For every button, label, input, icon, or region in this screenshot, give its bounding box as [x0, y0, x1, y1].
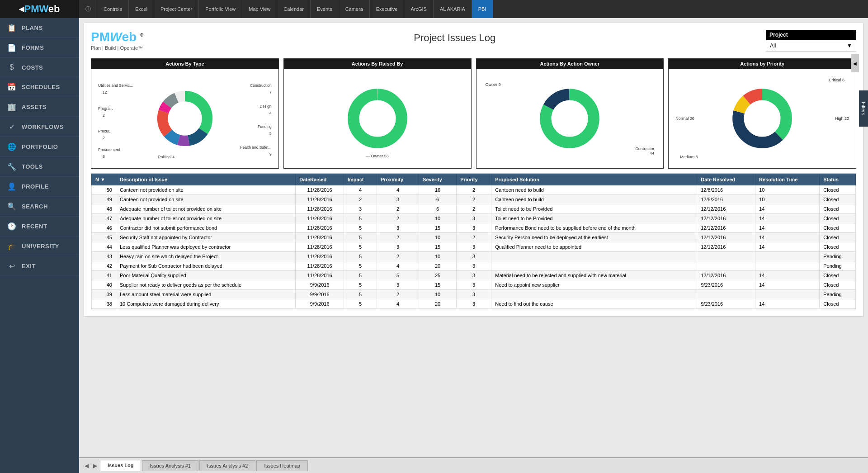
- nav-project-center[interactable]: Project Center: [154, 0, 199, 18]
- chart1-label-funding: Funding5: [240, 123, 271, 137]
- bottom-tabs: ◀ ▶ Issues Log Issues Analysis #1 Issues…: [79, 457, 868, 473]
- tab-issues-log[interactable]: Issues Log: [100, 460, 141, 471]
- cell-impact: 5: [344, 242, 377, 252]
- nav-al-akaria[interactable]: AL AKARIA: [434, 0, 472, 18]
- table-row[interactable]: 46 Contractor did not submit performance…: [92, 223, 856, 233]
- sidebar-item-search[interactable]: 🔍 SEARCH: [0, 197, 79, 217]
- sidebar-item-assets[interactable]: 🏢 ASSETS: [0, 97, 79, 117]
- chart2-label-owner: — Owner 53: [366, 154, 389, 158]
- tab-prev-arrow[interactable]: ◀: [83, 462, 90, 470]
- cell-desc: Canteen not provided on site: [116, 195, 296, 204]
- cell-severity: 10: [419, 290, 457, 299]
- col-status[interactable]: Status: [820, 174, 856, 185]
- chart-actions-by-raised: Actions By Raised By — Owner 53: [283, 58, 472, 169]
- cell-resolved: 12/12/2016: [697, 233, 755, 242]
- chart-actions-by-owner: Actions By Action Owner Owner: [476, 58, 664, 169]
- col-priority[interactable]: Priority: [457, 174, 491, 185]
- nav-camera[interactable]: Camera: [339, 0, 370, 18]
- cell-time: 14: [755, 242, 820, 252]
- sidebar-item-tools[interactable]: 🔧 TOOLS: [0, 157, 79, 177]
- sidebar-workflows-label: WORKFLOWS: [22, 123, 64, 130]
- nav-calendar[interactable]: Calendar: [277, 0, 311, 18]
- col-severity[interactable]: Severity: [419, 174, 457, 185]
- col-solution[interactable]: Proposed Solution: [491, 174, 697, 185]
- nav-pbi[interactable]: PBI: [472, 0, 493, 18]
- cell-impact: 5: [344, 233, 377, 242]
- cell-resolved: 12/8/2016: [697, 185, 755, 195]
- cell-n: 47: [92, 214, 116, 223]
- nav-excel[interactable]: Excel: [129, 0, 154, 18]
- sidebar: 📋 PLANS 📄 FORMS $ COSTS 📅 SCHEDULES 🏢 AS…: [0, 18, 79, 473]
- sidebar-item-exit[interactable]: ↩ EXIT: [0, 256, 79, 276]
- col-impact[interactable]: Impact: [344, 174, 377, 185]
- sidebar-forms-label: FORMS: [22, 44, 44, 51]
- chart4-title: Actions by Priority: [669, 59, 856, 69]
- nav-map-view[interactable]: Map View: [242, 0, 277, 18]
- col-resolved[interactable]: Date Resolved: [697, 174, 755, 185]
- filters-tab[interactable]: Filters: [859, 90, 868, 127]
- sidebar-item-recent[interactable]: 🕐 RECENT: [0, 217, 79, 236]
- table-row[interactable]: 49 Canteen not provided on site 11/28/20…: [92, 195, 856, 204]
- chart2-body: — Owner 53: [284, 69, 471, 168]
- cell-proximity: 5: [377, 271, 419, 280]
- cell-n: 48: [92, 204, 116, 214]
- table-row[interactable]: 41 Poor Material Quality supplied 11/28/…: [92, 271, 856, 280]
- cell-desc: Heavy rain on site which delayed the Pro…: [116, 252, 296, 261]
- sidebar-item-workflows[interactable]: ✓ WORKFLOWS: [0, 117, 79, 137]
- cell-impact: 5: [344, 280, 377, 290]
- cell-time: 10: [755, 185, 820, 195]
- table-row[interactable]: 50 Canteen not provided on site 11/28/20…: [92, 185, 856, 195]
- col-proximity[interactable]: Proximity: [377, 174, 419, 185]
- col-dateraised[interactable]: DateRaised: [296, 174, 344, 185]
- cell-date: 11/28/2016: [296, 233, 344, 242]
- nav-arcgis[interactable]: ArcGIS: [404, 0, 433, 18]
- nav-executive[interactable]: Executive: [370, 0, 405, 18]
- issues-table-section: N ▼ Description of Issue DateRaised Impa…: [91, 173, 856, 309]
- table-row[interactable]: 39 Less amount steel material were suppl…: [92, 290, 856, 299]
- table-row[interactable]: 42 Payment for Sub Contractor had been d…: [92, 261, 856, 271]
- col-time[interactable]: Resolution Time: [755, 174, 820, 185]
- collapse-button[interactable]: ◀: [851, 54, 859, 72]
- plans-icon: 📋: [7, 24, 16, 32]
- cell-solution: Performance Bond need to be supplied bef…: [491, 223, 697, 233]
- cell-resolved: 9/23/2016: [697, 299, 755, 309]
- table-wrapper[interactable]: N ▼ Description of Issue DateRaised Impa…: [91, 174, 856, 309]
- cell-proximity: 2: [377, 233, 419, 242]
- table-row[interactable]: 40 Supplier not ready to deliver goods a…: [92, 280, 856, 290]
- sidebar-profile-label: PROFILE: [22, 183, 49, 190]
- col-n[interactable]: N ▼: [92, 174, 116, 185]
- tab-issues-analysis-2[interactable]: Issues Analysis #2: [199, 460, 256, 471]
- sidebar-item-costs[interactable]: $ COSTS: [0, 58, 79, 77]
- cell-solution: [491, 261, 697, 271]
- filter-select[interactable]: All ▼: [766, 40, 856, 52]
- sidebar-item-schedules[interactable]: 📅 SCHEDULES: [0, 77, 79, 97]
- table-row[interactable]: 38 10 Computers were damaged during deli…: [92, 299, 856, 309]
- info-icon[interactable]: ⓘ: [79, 0, 97, 18]
- table-row[interactable]: 47 Adequate number of toilet not provide…: [92, 214, 856, 223]
- tab-issues-analysis-1[interactable]: Issues Analysis #1: [142, 460, 198, 471]
- nav-portfolio-view[interactable]: Portfolio View: [199, 0, 242, 18]
- cell-severity: 25: [419, 271, 457, 280]
- cell-date: 11/28/2016: [296, 195, 344, 204]
- chart4-label-normal: Normal 20: [675, 116, 694, 121]
- cell-proximity: 2: [377, 252, 419, 261]
- tab-issues-heatmap[interactable]: Issues Heatmap: [256, 460, 307, 471]
- cell-desc: Canteen not provided on site: [116, 185, 296, 195]
- table-row[interactable]: 44 Less qualified Planner was deployed b…: [92, 242, 856, 252]
- sidebar-item-forms[interactable]: 📄 FORMS: [0, 38, 79, 58]
- table-row[interactable]: 45 Security Staff not appointed by Contr…: [92, 233, 856, 242]
- nav-controls[interactable]: Controls: [97, 0, 129, 18]
- chart4-label-high: High 22: [835, 116, 849, 121]
- cell-status: Closed: [820, 214, 856, 223]
- table-row[interactable]: 43 Heavy rain on site which delayed the …: [92, 252, 856, 261]
- table-row[interactable]: 48 Adequate number of toilet not provide…: [92, 204, 856, 214]
- sidebar-item-profile[interactable]: 👤 PROFILE: [0, 177, 79, 197]
- sidebar-item-university[interactable]: 🎓 UNIVERSITY: [0, 236, 79, 256]
- col-description[interactable]: Description of Issue: [116, 174, 296, 185]
- sidebar-item-plans[interactable]: 📋 PLANS: [0, 18, 79, 38]
- cell-proximity: 2: [377, 214, 419, 223]
- sidebar-item-portfolio[interactable]: 🌐 PORTFOLIO: [0, 137, 79, 157]
- cell-proximity: 4: [377, 299, 419, 309]
- nav-events[interactable]: Events: [311, 0, 339, 18]
- tab-next-arrow[interactable]: ▶: [91, 462, 99, 470]
